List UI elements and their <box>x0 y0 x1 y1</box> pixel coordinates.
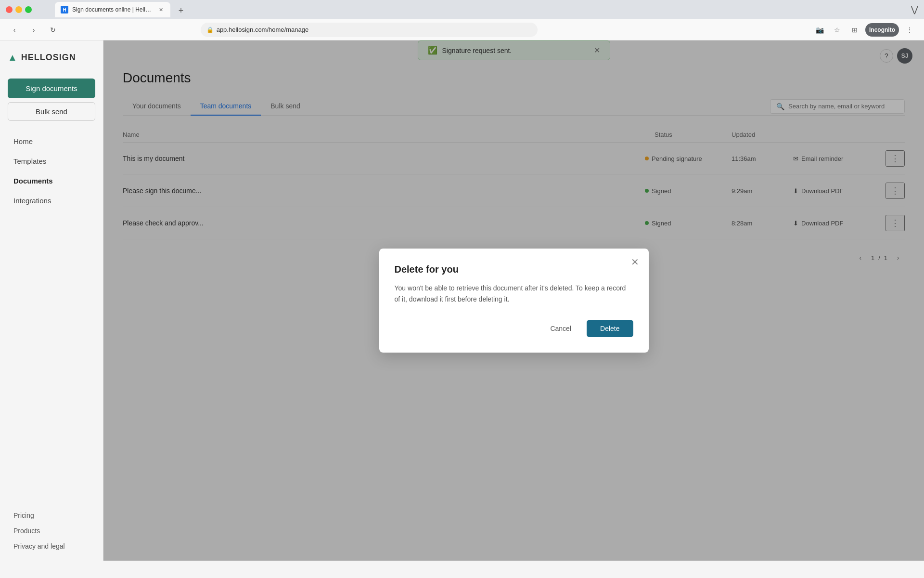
maximize-window-button[interactable] <box>25 6 32 13</box>
app-wrapper: ▲ HELLOSIGN Sign documents Bulk send Hom… <box>0 40 924 561</box>
logo-icon: ▲ <box>8 52 17 63</box>
browser-tab[interactable]: H Sign documents online | HelloS... ✕ <box>55 2 170 17</box>
delete-button[interactable]: Delete <box>587 320 633 337</box>
tab-title: Sign documents online | HelloS... <box>72 6 153 13</box>
cancel-button[interactable]: Cancel <box>540 320 581 337</box>
modal-title: Delete for you <box>395 264 633 275</box>
browser-addressbar: ‹ › ↻ 🔒 app.hellosign.com/home/manage 📷 … <box>0 19 924 40</box>
refresh-button[interactable]: ↻ <box>46 23 60 37</box>
modal-body: You won't be able to retrieve this docum… <box>395 283 633 304</box>
footer-products[interactable]: Products <box>8 524 95 538</box>
modal-close-button[interactable]: ✕ <box>631 256 639 268</box>
camera-icon[interactable]: 📷 <box>813 23 827 37</box>
browser-chrome: H Sign documents online | HelloS... ✕ + … <box>0 0 924 40</box>
sidebar-item-home[interactable]: Home <box>8 132 95 150</box>
sidebar-item-documents[interactable]: Documents <box>8 172 95 190</box>
new-tab-button[interactable]: + <box>174 4 188 17</box>
back-button[interactable]: ‹ <box>8 23 21 37</box>
close-window-button[interactable] <box>6 6 13 13</box>
logo-text: HELLOSIGN <box>21 53 76 63</box>
logo: ▲ HELLOSIGN <box>8 48 95 67</box>
lock-icon: 🔒 <box>206 26 214 33</box>
address-bar[interactable]: 🔒 app.hellosign.com/home/manage <box>201 23 538 37</box>
sidebar: ▲ HELLOSIGN Sign documents Bulk send Hom… <box>0 40 103 561</box>
sidebar-item-integrations[interactable]: Integrations <box>8 192 95 210</box>
sidebar-item-templates[interactable]: Templates <box>8 152 95 170</box>
footer-privacy[interactable]: Privacy and legal <box>8 539 95 553</box>
sign-documents-button[interactable]: Sign documents <box>8 79 95 98</box>
sidebar-footer: Pricing Products Privacy and legal <box>8 509 95 553</box>
tab-close-button[interactable]: ✕ <box>157 6 165 13</box>
browser-more-button[interactable]: ⋁ <box>911 4 918 15</box>
extensions-icon[interactable]: ⊞ <box>848 23 861 37</box>
footer-pricing[interactable]: Pricing <box>8 509 95 522</box>
traffic-lights <box>6 6 32 13</box>
bookmark-icon[interactable]: ☆ <box>831 23 844 37</box>
forward-button[interactable]: › <box>27 23 40 37</box>
tab-favicon: H <box>61 6 68 13</box>
main-content: ✅ Signature request sent. ✕ Documents Yo… <box>103 40 924 561</box>
browser-menu-button[interactable]: ⋮ <box>903 23 916 37</box>
browser-actions: 📷 ☆ ⊞ Incognito ⋮ <box>813 23 916 37</box>
sidebar-nav: Home Templates Documents Integrations <box>8 132 95 210</box>
minimize-window-button[interactable] <box>15 6 22 13</box>
bulk-send-button[interactable]: Bulk send <box>8 102 95 121</box>
delete-modal: Delete for you ✕ You won't be able to re… <box>379 249 649 353</box>
modal-overlay[interactable]: Delete for you ✕ You won't be able to re… <box>103 40 924 561</box>
modal-actions: Cancel Delete <box>395 320 633 337</box>
address-text: app.hellosign.com/home/manage <box>217 26 309 33</box>
browser-titlebar: H Sign documents online | HelloS... ✕ + … <box>0 0 924 19</box>
profile-button[interactable]: Incognito <box>865 23 899 37</box>
